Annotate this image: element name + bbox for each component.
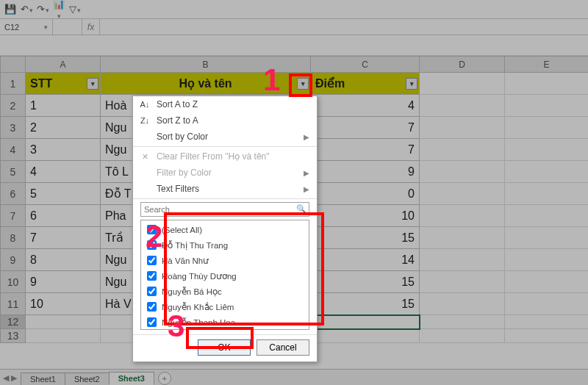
checkbox[interactable] [147, 302, 157, 312]
cell[interactable] [505, 95, 589, 117]
save-icon[interactable]: 💾 [4, 4, 16, 15]
cell[interactable] [420, 73, 505, 95]
cell[interactable] [420, 329, 505, 343]
fx-label[interactable]: fx [82, 19, 100, 35]
row-header[interactable]: 11 [1, 293, 26, 315]
annotation-box-list [164, 212, 324, 325]
cell[interactable] [505, 117, 589, 139]
cell[interactable]: 9 [26, 271, 101, 293]
cell[interactable] [420, 315, 505, 329]
cell[interactable]: 14 [311, 249, 420, 271]
sort-by-color-item[interactable]: Sort by Color ▶ [133, 129, 317, 145]
tab-sheet2[interactable]: Sheet2 [65, 373, 110, 385]
clear-filter-label: Clear Filter From "Họ và tên" [157, 151, 270, 162]
tab-sheet1[interactable]: Sheet1 [21, 373, 65, 385]
checkbox[interactable] [147, 271, 157, 281]
cell[interactable]: 3 [26, 139, 101, 161]
cell[interactable]: 4 [26, 161, 101, 183]
row-header[interactable]: 9 [1, 249, 26, 271]
cell[interactable] [505, 315, 589, 329]
redo-icon[interactable]: ↷ [37, 4, 49, 15]
tab-sheet3[interactable]: Sheet3 [109, 372, 154, 385]
col-header-C[interactable]: C [311, 57, 420, 73]
row-header[interactable]: 2 [1, 95, 26, 117]
cell[interactable] [505, 329, 589, 343]
cell[interactable]: 15 [311, 227, 420, 249]
annotation-number-1: 1 [263, 62, 280, 98]
cell[interactable] [420, 183, 505, 205]
cell[interactable] [420, 293, 505, 315]
cell[interactable]: 6 [26, 205, 101, 227]
cell[interactable] [420, 95, 505, 117]
cell[interactable] [420, 227, 505, 249]
text-filters-item[interactable]: Text Filters ▶ [133, 181, 317, 197]
cell[interactable]: 9 [311, 161, 420, 183]
cell[interactable] [505, 161, 589, 183]
checkbox[interactable] [147, 256, 157, 265]
header-stt[interactable]: STT ▾ [26, 73, 101, 95]
formula-input[interactable] [100, 19, 588, 35]
name-box[interactable]: C12 [0, 19, 53, 35]
checkbox[interactable] [147, 287, 157, 296]
row-header[interactable]: 7 [1, 205, 26, 227]
cell[interactable]: 10 [26, 293, 101, 315]
clear-filter-icon: ✕ [139, 152, 151, 162]
filter-button-diem[interactable]: ▾ [406, 78, 417, 90]
cell[interactable]: 7 [311, 117, 420, 139]
cell[interactable] [505, 271, 589, 293]
cell[interactable] [420, 161, 505, 183]
row-header[interactable]: 12 [1, 315, 26, 329]
cell[interactable]: 7 [311, 139, 420, 161]
cell[interactable]: 15 [311, 271, 420, 293]
cell[interactable]: 8 [26, 249, 101, 271]
row-header[interactable]: 6 [1, 183, 26, 205]
select-all-corner[interactable] [1, 57, 26, 73]
checkbox[interactable] [147, 317, 157, 327]
cell[interactable] [26, 329, 101, 343]
row-header[interactable]: 5 [1, 161, 26, 183]
tab-nav[interactable]: ◀ ▶ [3, 373, 17, 383]
cell[interactable] [505, 249, 589, 271]
active-cell[interactable] [311, 315, 420, 329]
col-header-E[interactable]: E [505, 57, 589, 73]
cell[interactable] [311, 329, 420, 343]
cell[interactable] [420, 117, 505, 139]
cell[interactable] [420, 139, 505, 161]
cell[interactable] [26, 315, 101, 329]
cell[interactable] [505, 227, 589, 249]
undo-icon[interactable]: ↶ [21, 4, 32, 15]
chart-icon[interactable]: 📊 [53, 0, 65, 21]
cell[interactable]: 2 [26, 117, 101, 139]
cell[interactable] [420, 205, 505, 227]
cell[interactable] [420, 271, 505, 293]
cell[interactable]: 4 [311, 95, 420, 117]
cell[interactable]: 0 [311, 183, 420, 205]
cell[interactable] [505, 293, 589, 315]
cell[interactable]: 7 [26, 227, 101, 249]
cell[interactable] [505, 183, 589, 205]
header-diem[interactable]: Điểm ▾ [311, 73, 420, 95]
col-header-D[interactable]: D [420, 57, 505, 73]
cell[interactable] [420, 249, 505, 271]
row-header[interactable]: 13 [1, 329, 26, 343]
cell[interactable]: 1 [26, 95, 101, 117]
cell[interactable]: 15 [311, 293, 420, 315]
filter-icon[interactable]: ▽ [69, 4, 81, 15]
row-header[interactable]: 1 [1, 73, 26, 95]
row-header[interactable]: 10 [1, 271, 26, 293]
cell[interactable]: 10 [311, 205, 420, 227]
sort-az-item[interactable]: A↓ Sort A to Z [133, 96, 317, 112]
cell[interactable] [505, 139, 589, 161]
clear-filter-item: ✕ Clear Filter From "Họ và tên" [133, 148, 317, 165]
cell[interactable] [505, 73, 589, 95]
row-header[interactable]: 4 [1, 139, 26, 161]
cell[interactable] [505, 205, 589, 227]
sort-za-item[interactable]: Z↓ Sort Z to A [133, 112, 317, 129]
col-header-A[interactable]: A [26, 57, 101, 73]
add-sheet-button[interactable]: + [158, 372, 171, 385]
cancel-button[interactable]: Cancel [257, 339, 309, 356]
row-header[interactable]: 8 [1, 227, 26, 249]
cell[interactable]: 5 [26, 183, 101, 205]
row-header[interactable]: 3 [1, 117, 26, 139]
filter-button-stt[interactable]: ▾ [87, 78, 98, 90]
